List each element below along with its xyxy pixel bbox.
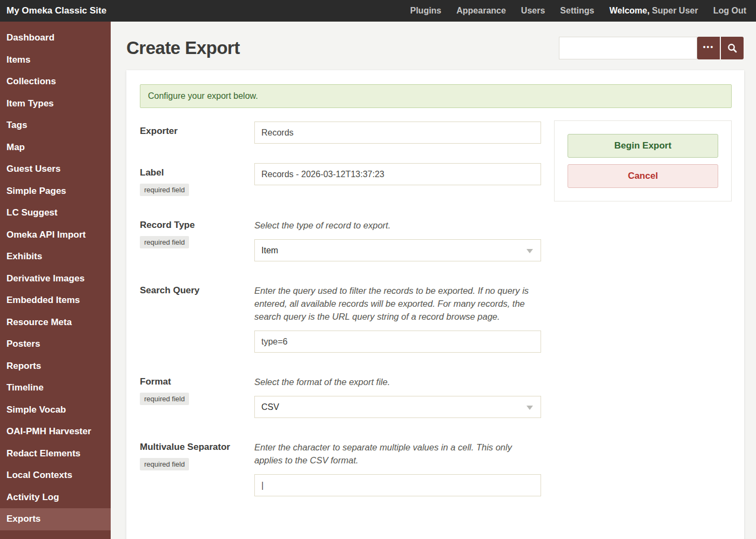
chevron-down-icon xyxy=(526,249,533,253)
begin-export-button[interactable]: Begin Export xyxy=(568,134,718,158)
sidebar-item-posters[interactable]: Posters xyxy=(0,333,111,355)
format-row: Format required field Select the format … xyxy=(140,372,555,418)
advanced-search-button[interactable]: ••• xyxy=(697,37,720,59)
nav-plugins[interactable]: Plugins xyxy=(410,6,441,16)
sidebar-item-timeline[interactable]: Timeline xyxy=(0,377,111,399)
sidebar: Dashboard Items Collections Item Types T… xyxy=(0,22,111,539)
main-content: Create Export ••• Configure your exp xyxy=(111,22,756,539)
nav-appearance[interactable]: Appearance xyxy=(456,6,506,16)
sidebar-item-exports[interactable]: Exports xyxy=(0,508,111,530)
search-query-input[interactable] xyxy=(254,331,541,353)
main-header: Create Export ••• xyxy=(111,22,756,70)
record-type-required-badge: required field xyxy=(140,236,189,248)
sidebar-item-tags[interactable]: Tags xyxy=(0,114,111,137)
exporter-label: Exporter xyxy=(140,126,254,137)
label-label: Label xyxy=(140,167,254,178)
sidebar-item-collections[interactable]: Collections xyxy=(0,71,111,93)
export-form-card: Configure your export below. Exporter La… xyxy=(126,70,744,539)
ellipsis-icon: ••• xyxy=(703,43,714,53)
sidebar-item-dashboard[interactable]: Dashboard xyxy=(0,27,111,49)
label-input[interactable] xyxy=(254,163,541,185)
format-required-badge: required field xyxy=(140,393,189,405)
page-title: Create Export xyxy=(126,38,240,58)
multivalue-separator-input[interactable] xyxy=(254,474,541,496)
sidebar-item-map[interactable]: Map xyxy=(0,137,111,159)
site-title[interactable]: My Omeka Classic Site xyxy=(6,5,106,16)
format-explanation: Select the format of the export file. xyxy=(254,372,541,388)
sidebar-item-redact-elements[interactable]: Redact Elements xyxy=(0,443,111,465)
label-required-badge: required field xyxy=(140,184,189,196)
record-type-explanation: Select the type of record to export. xyxy=(254,215,541,232)
action-panel: Begin Export Cancel xyxy=(554,120,732,201)
sidebar-item-omeka-api-import[interactable]: Omeka API Import xyxy=(0,224,111,246)
sidebar-item-activity-log[interactable]: Activity Log xyxy=(0,487,111,509)
sidebar-item-local-contexts[interactable]: Local Contexts xyxy=(0,464,111,487)
cancel-button[interactable]: Cancel xyxy=(568,164,718,188)
record-type-selected-value: Item xyxy=(261,246,278,255)
search-query-label: Search Query xyxy=(140,285,254,296)
sidebar-item-guest-users[interactable]: Guest Users xyxy=(0,158,111,180)
sidebar-item-item-types[interactable]: Item Types xyxy=(0,93,111,115)
search-icon xyxy=(727,43,737,53)
nav-settings[interactable]: Settings xyxy=(560,6,594,16)
topbar-nav: Plugins Appearance Users Settings Welcom… xyxy=(410,6,746,16)
format-selected-value: CSV xyxy=(261,402,279,412)
topbar: My Omeka Classic Site Plugins Appearance… xyxy=(0,0,756,22)
record-type-label: Record Type xyxy=(140,220,254,231)
label-row: Label required field xyxy=(140,163,555,196)
exporter-row: Exporter xyxy=(140,122,555,144)
format-select[interactable]: CSV xyxy=(254,396,541,418)
notice-banner: Configure your export below. xyxy=(140,84,732,108)
sidebar-item-simple-vocab[interactable]: Simple Vocab xyxy=(0,399,111,421)
welcome-text: Welcome, Super User xyxy=(609,6,698,16)
export-form: Exporter Label required field xyxy=(140,122,555,496)
welcome-username[interactable]: Super User xyxy=(650,6,698,15)
multivalue-separator-required-badge: required field xyxy=(140,458,189,470)
welcome-label: Welcome, xyxy=(609,6,649,15)
nav-users[interactable]: Users xyxy=(521,6,545,16)
sidebar-item-embedded-items[interactable]: Embedded Items xyxy=(0,289,111,312)
sidebar-item-exhibits[interactable]: Exhibits xyxy=(0,246,111,268)
format-label: Format xyxy=(140,376,254,387)
nav-log-out[interactable]: Log Out xyxy=(713,6,746,16)
multivalue-separator-row: Multivalue Separator required field Ente… xyxy=(140,437,555,496)
chevron-down-icon xyxy=(526,406,533,410)
search-query-explanation: Enter the query used to filter the recor… xyxy=(254,281,541,323)
search-input[interactable] xyxy=(559,37,697,59)
sidebar-item-oai-pmh-harvester[interactable]: OAI-PMH Harvester xyxy=(0,421,111,443)
record-type-select[interactable]: Item xyxy=(254,239,541,261)
record-type-row: Record Type required field Select the ty… xyxy=(140,215,555,261)
search-group: ••• xyxy=(559,37,744,59)
search-query-row: Search Query Enter the query used to fil… xyxy=(140,281,555,353)
sidebar-item-simple-pages[interactable]: Simple Pages xyxy=(0,180,111,203)
sidebar-item-lc-suggest[interactable]: LC Suggest xyxy=(0,202,111,224)
multivalue-separator-explanation: Enter the character to separate multiple… xyxy=(254,437,541,467)
search-button[interactable] xyxy=(721,37,744,59)
sidebar-item-resource-meta[interactable]: Resource Meta xyxy=(0,312,111,334)
multivalue-separator-label: Multivalue Separator xyxy=(140,442,254,453)
sidebar-item-reports[interactable]: Reports xyxy=(0,355,111,378)
exporter-input[interactable] xyxy=(254,122,541,144)
sidebar-item-items[interactable]: Items xyxy=(0,49,111,71)
sidebar-item-derivative-images[interactable]: Derivative Images xyxy=(0,268,111,290)
